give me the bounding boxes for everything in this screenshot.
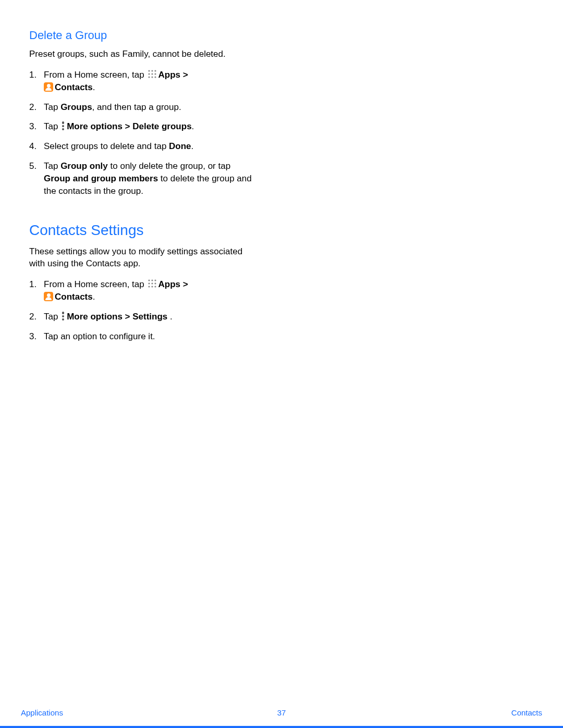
heading-contacts-settings: Contacts Settings (29, 222, 259, 239)
contacts-icon (44, 82, 53, 92)
steps-contacts-settings: From a Home screen, tap Apps > Contacts.… (29, 278, 259, 342)
group-members-label: Group and group members (44, 174, 158, 183)
page-footer: Applications 37 Contacts (0, 708, 563, 720)
footer-right: Contacts (511, 708, 542, 717)
svg-point-2 (155, 70, 156, 71)
svg-point-3 (149, 73, 150, 75)
contacts-label: Contacts (55, 292, 93, 302)
svg-point-6 (149, 76, 150, 78)
footer-page-number: 37 (0, 708, 563, 717)
svg-point-11 (155, 280, 156, 281)
svg-point-13 (152, 283, 153, 285)
text: From a Home screen, tap (44, 70, 146, 80)
contacts-label: Contacts (55, 82, 93, 92)
intro-contacts-settings: These settings allow you to modify setti… (29, 246, 259, 270)
apps-grid-icon (148, 69, 157, 79)
svg-point-1 (152, 70, 153, 71)
period: . (93, 292, 95, 302)
apps-grid-icon (148, 279, 157, 288)
text: Tap (44, 102, 60, 112)
svg-point-17 (155, 286, 156, 288)
svg-point-8 (155, 76, 156, 78)
text: Select groups to delete and tap (44, 141, 169, 151)
svg-point-16 (152, 286, 153, 288)
step-5: Tap Group only to only delete the group,… (29, 160, 259, 197)
text: Tap (44, 312, 60, 322)
step-2: Tap More options > Settings . (29, 311, 259, 323)
step-1: From a Home screen, tap Apps > Contacts. (29, 278, 259, 303)
footer-divider (0, 726, 563, 728)
content-column: Delete a Group Preset groups, such as Fa… (29, 29, 259, 350)
svg-point-9 (149, 280, 150, 281)
text: Tap (44, 161, 60, 171)
text: Tap an option to configure it. (44, 331, 155, 341)
text: to only delete the group, or tap (108, 161, 230, 171)
group-only-label: Group only (60, 161, 108, 171)
step-3: Tap an option to configure it. (29, 330, 259, 343)
text: Tap (44, 121, 60, 131)
period: . (192, 121, 194, 131)
groups-label: Groups (60, 102, 92, 112)
svg-point-5 (155, 73, 156, 75)
steps-delete-group: From a Home screen, tap Apps > Contacts.… (29, 69, 259, 197)
svg-point-4 (152, 73, 153, 75)
period: . (170, 312, 173, 322)
step-4: Select groups to delete and tap Done. (29, 140, 259, 153)
apps-label: Apps (158, 70, 180, 80)
step-3: Tap More options > Delete groups. (29, 120, 259, 133)
svg-point-15 (149, 286, 150, 288)
more-options-icon (60, 312, 66, 321)
step-1: From a Home screen, tap Apps > Contacts. (29, 69, 259, 94)
heading-delete-group: Delete a Group (29, 29, 259, 42)
text: From a Home screen, tap (44, 279, 146, 289)
contacts-icon (44, 292, 53, 301)
gt: > (180, 279, 188, 289)
svg-point-12 (149, 283, 150, 285)
gt: > (180, 70, 188, 80)
period: . (93, 82, 95, 92)
text: , and then tap a group. (92, 102, 181, 112)
more-options-label: More options > Delete groups (67, 121, 191, 131)
step-2: Tap Groups, and then tap a group. (29, 101, 259, 114)
svg-point-14 (155, 283, 156, 285)
apps-label: Apps (158, 279, 180, 289)
intro-delete-group: Preset groups, such as Family, cannot be… (29, 48, 259, 60)
more-options-label: More options > Settings (67, 312, 170, 322)
document-page: Delete a Group Preset groups, such as Fa… (0, 0, 563, 728)
period: . (191, 141, 194, 151)
more-options-icon (60, 121, 66, 131)
svg-point-7 (152, 76, 153, 78)
done-label: Done (169, 141, 191, 151)
svg-point-10 (152, 280, 153, 281)
svg-point-0 (149, 70, 150, 71)
